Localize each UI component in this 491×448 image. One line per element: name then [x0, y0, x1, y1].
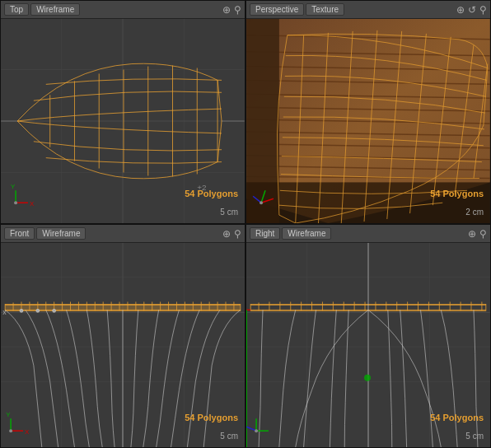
- vp-bottom-right-name-btn[interactable]: Right: [250, 227, 280, 240]
- rotate-icon-tr[interactable]: ↺: [468, 4, 476, 16]
- zoom-icon-tr[interactable]: ⚲: [479, 4, 487, 16]
- zoom-icon-bl[interactable]: ⚲: [234, 228, 241, 240]
- axis-indicator-bl: X Y: [6, 411, 30, 436]
- vp-bottom-right-header: Right Wireframe ⊕ ⚲: [246, 225, 490, 243]
- zoom-icon[interactable]: ⚲: [234, 4, 241, 16]
- scale-tr: 2 cm: [465, 208, 484, 217]
- svg-point-90: [36, 309, 40, 312]
- vp-bottom-right-mode-btn[interactable]: Wireframe: [282, 227, 331, 240]
- vp-bottom-left-icons: ⊕ ⚲: [222, 228, 241, 240]
- svg-point-94: [9, 429, 12, 432]
- viewport-grid: Top Wireframe ⊕ ⚲: [0, 0, 491, 448]
- vp-top-right-header: Perspective Texture ⊕ ↺ ⚲: [246, 1, 490, 19]
- polygon-count-bl: 54 Polygons: [185, 413, 238, 422]
- svg-text:Y: Y: [11, 183, 16, 190]
- vp-top-left-name-btn[interactable]: Top: [4, 3, 29, 16]
- viewport-bottom-left[interactable]: Front Wireframe ⊕ ⚲: [0, 224, 246, 448]
- vp-bottom-left-mode-btn[interactable]: Wireframe: [36, 227, 86, 240]
- move-icon-br[interactable]: ⊕: [468, 228, 476, 240]
- vp-bottom-right-icons: ⊕ ⚲: [468, 228, 487, 240]
- move-icon-tr[interactable]: ⊕: [456, 4, 465, 16]
- svg-text:X: X: [30, 200, 35, 208]
- svg-point-135: [255, 429, 258, 432]
- vp-top-left-header: Top Wireframe ⊕ ⚲: [1, 1, 245, 19]
- svg-point-137: [364, 375, 371, 381]
- polygon-count-tr: 54 Polygons: [430, 189, 484, 198]
- polygon-count-tl: 54 Polygons: [185, 189, 238, 198]
- svg-point-18: [14, 201, 17, 204]
- svg-point-91: [53, 309, 56, 312]
- viewport-bottom-right[interactable]: Right Wireframe ⊕ ⚲: [246, 224, 491, 448]
- move-icon-bl[interactable]: ⊕: [222, 228, 231, 240]
- vp-top-left-icons: ⊕ ⚲: [222, 4, 241, 16]
- viewport-top-left[interactable]: Top Wireframe ⊕ ⚲: [0, 0, 246, 224]
- viewport-top-right[interactable]: Perspective Texture ⊕ ↺ ⚲: [246, 0, 491, 224]
- vp-bottom-left-header: Front Wireframe ⊕ ⚲: [1, 225, 245, 243]
- svg-text:X: X: [25, 428, 30, 436]
- vp-top-right-mode-btn[interactable]: Texture: [306, 3, 344, 16]
- vp-bottom-left-name-btn[interactable]: Front: [4, 227, 35, 240]
- vp-top-right-icons: ⊕ ↺ ⚲: [456, 4, 487, 16]
- scale-tl: 5 cm: [220, 208, 238, 217]
- vp-top-left-mode-btn[interactable]: Wireframe: [30, 3, 80, 16]
- svg-point-89: [20, 309, 23, 312]
- x-axis-marker-bl: x: [2, 308, 7, 316]
- vp-top-right-name-btn[interactable]: Perspective: [250, 3, 304, 16]
- zoom-icon-br[interactable]: ⚲: [479, 228, 487, 240]
- axis-indicator-tl: X Y: [11, 183, 35, 208]
- polygon-count-br: 54 Polygons: [430, 413, 484, 422]
- move-icon[interactable]: ⊕: [222, 4, 231, 16]
- scale-br: 5 cm: [465, 432, 484, 441]
- svg-point-48: [260, 201, 263, 204]
- scale-bl: 5 cm: [220, 432, 238, 441]
- svg-text:Y: Y: [6, 411, 11, 418]
